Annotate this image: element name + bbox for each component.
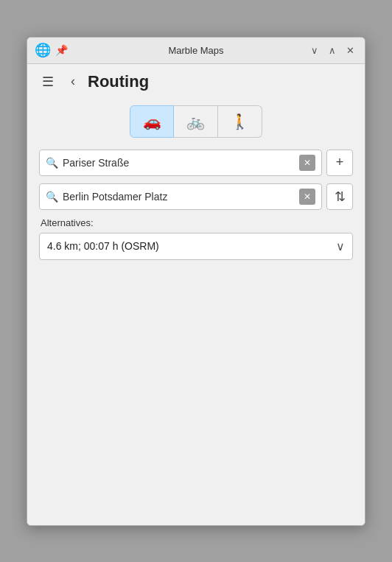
- transport-tab-car[interactable]: 🚗: [130, 105, 174, 138]
- main-content: 🚗 🚲 🚶 🔍 Pariser Straße ✕ +: [27, 98, 365, 275]
- clear-from-button[interactable]: ✕: [299, 155, 315, 171]
- minimize-button[interactable]: ∨: [307, 43, 322, 57]
- search-icon-to: 🔍: [46, 191, 58, 203]
- to-input-row: 🔍 Berlin Potsdamer Platz ✕ ⇅: [39, 183, 353, 210]
- alternatives-section: Alternatives: 4.6 km; 00:07 h (OSRM) ∨: [39, 217, 353, 260]
- empty-area: [27, 275, 365, 525]
- titlebar-controls: ∨ ∧ ✕: [307, 43, 357, 57]
- back-button[interactable]: ‹: [64, 73, 82, 91]
- transport-tab-walking[interactable]: 🚶: [218, 105, 262, 138]
- globe-icon: 🌐: [35, 42, 51, 58]
- main-window: 🌐 📌 Marble Maps ∨ ∧ ✕ ☰ ‹ R: [27, 37, 365, 526]
- from-input-wrap[interactable]: 🔍 Pariser Straße ✕: [39, 150, 322, 176]
- add-waypoint-button[interactable]: +: [326, 150, 353, 176]
- titlebar: 🌐 📌 Marble Maps ∨ ∧ ✕: [27, 38, 365, 64]
- chevron-down-icon: ∨: [336, 239, 345, 253]
- bicycle-icon: 🚲: [186, 113, 205, 130]
- walking-icon: 🚶: [231, 113, 249, 130]
- to-input-text: Berlin Potsdamer Platz: [63, 191, 295, 203]
- alternatives-selected: 4.6 km; 00:07 h (OSRM): [47, 240, 159, 252]
- search-icon-from: 🔍: [46, 157, 58, 169]
- page-header: ☰ ‹ Routing: [27, 64, 365, 98]
- maximize-button[interactable]: ∧: [325, 43, 340, 57]
- titlebar-left: 🌐 📌: [35, 42, 68, 58]
- from-input-text: Pariser Straße: [63, 157, 295, 169]
- swap-waypoints-button[interactable]: ⇅: [326, 183, 353, 210]
- from-input-row: 🔍 Pariser Straße ✕ +: [39, 150, 353, 176]
- alternatives-label: Alternatives:: [41, 217, 353, 228]
- alternatives-dropdown[interactable]: 4.6 km; 00:07 h (OSRM) ∨: [39, 233, 353, 260]
- to-input-wrap[interactable]: 🔍 Berlin Potsdamer Platz ✕: [39, 183, 322, 210]
- car-icon: 🚗: [143, 113, 161, 130]
- clear-to-button[interactable]: ✕: [299, 189, 315, 205]
- add-icon: +: [336, 155, 344, 170]
- page-title: Routing: [88, 72, 149, 91]
- hamburger-button[interactable]: ☰: [38, 71, 58, 92]
- transport-tab-bicycle[interactable]: 🚲: [174, 105, 218, 138]
- transport-tabs: 🚗 🚲 🚶: [39, 105, 353, 138]
- close-button[interactable]: ✕: [343, 43, 357, 57]
- pin-icon: 📌: [55, 44, 68, 56]
- clear-from-icon: ✕: [304, 158, 311, 168]
- clear-to-icon: ✕: [304, 192, 311, 202]
- swap-icon: ⇅: [335, 189, 346, 205]
